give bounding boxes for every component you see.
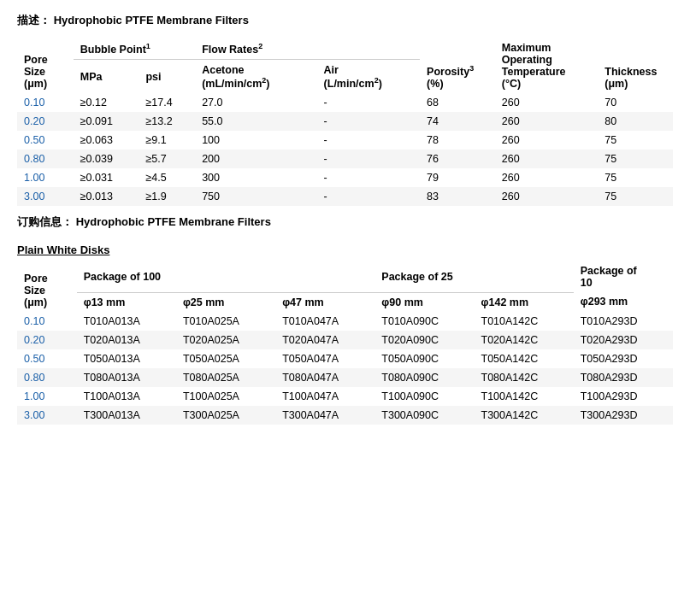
- th2-pkg100: Package of 100: [77, 261, 375, 292]
- table-cell: T080A142C: [475, 368, 574, 387]
- description-value: Hydrophobic PTFE Membrane Filters: [54, 14, 249, 26]
- th2-phi90: φ90 mm: [374, 292, 474, 312]
- table-cell: T010A293D: [574, 312, 673, 331]
- table-cell: 1.00: [17, 168, 74, 187]
- ordering-info-line: 订购信息： Hydrophobic PTFE Membrane Filters: [17, 214, 673, 230]
- th2-phi25: φ25 mm: [176, 292, 275, 312]
- ordering-header-row-1: PoreSize(μm) Package of 100 Package of 2…: [17, 261, 673, 292]
- table-row: 0.10T010A013AT010A025AT010A047AT010A090C…: [17, 312, 673, 331]
- table-cell: ≥17.4: [139, 93, 195, 112]
- table-cell: 260: [495, 131, 599, 150]
- table-cell: 200: [195, 150, 316, 168]
- th-acetone: Acetone(mL/min/cm2): [195, 60, 316, 93]
- table-cell: T010A090C: [374, 312, 474, 331]
- th-mpa: MPa: [74, 60, 139, 93]
- th-air: Air(L/min/cm2): [317, 60, 421, 93]
- th-porosity: Porosity3(%): [420, 38, 495, 93]
- table-row: 0.80T080A013AT080A025AT080A047AT080A090C…: [17, 368, 673, 387]
- th-pore-size: PoreSize(μm): [17, 38, 74, 93]
- table-cell: T050A293D: [574, 349, 673, 368]
- table-cell: ≥0.063: [74, 131, 139, 150]
- properties-table: PoreSize(μm) Bubble Point1 Flow Rates2 P…: [17, 38, 673, 206]
- table-cell: T020A013A: [77, 331, 176, 349]
- th-max-temp: MaximumOperatingTemperature(°C): [495, 38, 599, 93]
- ordering-header-row-2: φ13 mm φ25 mm φ47 mm φ90 mm φ142 mm φ293…: [17, 292, 673, 312]
- th-bubble-point: Bubble Point1: [74, 38, 195, 60]
- table-cell: 0.20: [17, 112, 74, 131]
- th-thickness: Thickness(μm): [598, 38, 673, 93]
- table-cell: 70: [598, 93, 673, 112]
- table-cell: 55.0: [195, 112, 316, 131]
- table-cell: 3.00: [17, 406, 77, 425]
- table-cell: 0.80: [17, 368, 77, 387]
- th-flow-rates: Flow Rates2: [195, 38, 420, 60]
- table-cell: ≥1.9: [139, 187, 195, 206]
- table-cell: T010A142C: [475, 312, 574, 331]
- table-cell: -: [317, 93, 421, 112]
- table-cell: 0.10: [17, 312, 77, 331]
- table-cell: 300: [195, 168, 316, 187]
- table-cell: 75: [598, 168, 673, 187]
- table-row: 0.50T050A013AT050A025AT050A047AT050A090C…: [17, 349, 673, 368]
- table-cell: T100A013A: [77, 387, 176, 406]
- table-cell: T300A142C: [475, 406, 574, 425]
- table-cell: 260: [495, 93, 599, 112]
- table-cell: T080A047A: [275, 368, 374, 387]
- table-cell: 80: [598, 112, 673, 131]
- th2-pore-size: PoreSize(μm): [17, 261, 77, 312]
- table-cell: 76: [420, 150, 495, 168]
- table-cell: 0.80: [17, 150, 74, 168]
- table-cell: 750: [195, 187, 316, 206]
- table-row: 1.00T100A013AT100A025AT100A047AT100A090C…: [17, 387, 673, 406]
- table-cell: T020A090C: [374, 331, 474, 349]
- table-cell: T100A293D: [574, 387, 673, 406]
- table-cell: ≥0.12: [74, 93, 139, 112]
- table-cell: ≥9.1: [139, 131, 195, 150]
- table-cell: 0.50: [17, 131, 74, 150]
- table-cell: T080A013A: [77, 368, 176, 387]
- table-cell: ≥0.091: [74, 112, 139, 131]
- table-cell: ≥13.2: [139, 112, 195, 131]
- table-cell: 83: [420, 187, 495, 206]
- table-row: 1.00≥0.031≥4.5300-7926075: [17, 168, 673, 187]
- table-cell: 3.00: [17, 187, 74, 206]
- table-cell: ≥4.5: [139, 168, 195, 187]
- table-cell: T050A047A: [275, 349, 374, 368]
- table-cell: 0.50: [17, 349, 77, 368]
- table-cell: T010A025A: [176, 312, 275, 331]
- table-cell: T050A090C: [374, 349, 474, 368]
- table-cell: T080A025A: [176, 368, 275, 387]
- section-title: Plain White Disks: [17, 243, 673, 256]
- table-cell: T300A013A: [77, 406, 176, 425]
- table-cell: T300A293D: [574, 406, 673, 425]
- table-cell: T080A090C: [374, 368, 474, 387]
- table-row: 0.50≥0.063≥9.1100-7826075: [17, 131, 673, 150]
- table-cell: 100: [195, 131, 316, 150]
- th2-pkg25: Package of 25: [374, 261, 573, 292]
- table-cell: -: [317, 131, 421, 150]
- table-cell: T050A025A: [176, 349, 275, 368]
- table-cell: T050A142C: [475, 349, 574, 368]
- th2-pkg10: Package of10: [574, 261, 673, 292]
- table-cell: T020A025A: [176, 331, 275, 349]
- th2-phi142: φ142 mm: [475, 292, 574, 312]
- th2-phi13: φ13 mm: [77, 292, 176, 312]
- table-cell: 260: [495, 150, 599, 168]
- th2-phi47: φ47 mm: [275, 292, 374, 312]
- table-cell: 78: [420, 131, 495, 150]
- table-cell: 0.10: [17, 93, 74, 112]
- table-cell: T010A013A: [77, 312, 176, 331]
- table-cell: T020A293D: [574, 331, 673, 349]
- table-cell: ≥0.031: [74, 168, 139, 187]
- description-line: 描述： Hydrophobic PTFE Membrane Filters: [17, 13, 673, 28]
- table-cell: T080A293D: [574, 368, 673, 387]
- table-row: 0.20≥0.091≥13.255.0-7426080: [17, 112, 673, 131]
- table-cell: 74: [420, 112, 495, 131]
- table-cell: 75: [598, 187, 673, 206]
- table-cell: 68: [420, 93, 495, 112]
- ordering-table: PoreSize(μm) Package of 100 Package of 2…: [17, 261, 673, 425]
- table-cell: T300A025A: [176, 406, 275, 425]
- table-row: 0.20T020A013AT020A025AT020A047AT020A090C…: [17, 331, 673, 349]
- table-row: 0.10≥0.12≥17.427.0-6826070: [17, 93, 673, 112]
- table-cell: T050A013A: [77, 349, 176, 368]
